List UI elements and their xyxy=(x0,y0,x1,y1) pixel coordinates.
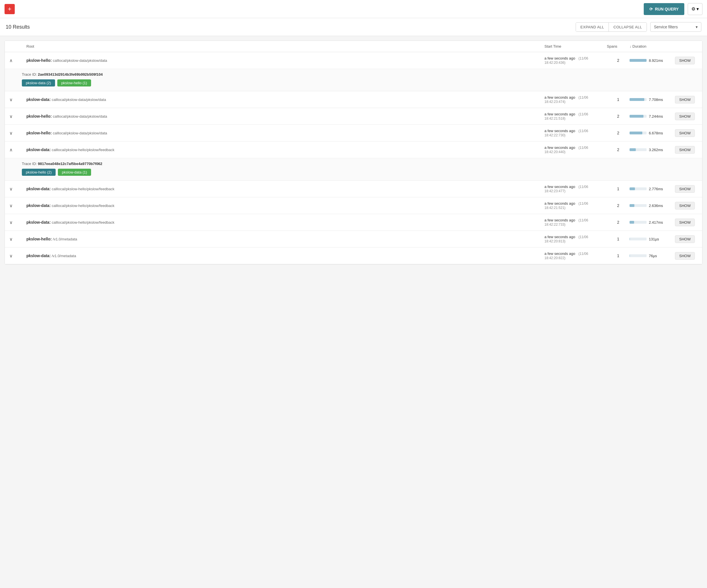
trace-row-main[interactable]: ∨ pkslow-hello: calllocal/pkslow-data/pk… xyxy=(5,125,702,141)
duration-bar xyxy=(630,187,635,190)
route-label: calllocal/pkslow-hello/pkslow/feedback xyxy=(51,220,114,225)
route-label: calllocal/pkslow-data/pkslow/data xyxy=(51,98,106,102)
service-label: pkslow-hello: xyxy=(26,58,52,63)
trace-id-value: 9817eea048e12c7af5be4a9770b7f062 xyxy=(38,161,102,166)
show-button[interactable]: SHOW xyxy=(675,185,695,193)
table-row: ∨ pkslow-data: calllocal/pkslow-data/pks… xyxy=(5,91,702,108)
toggle-icon[interactable]: ∨ xyxy=(9,253,26,259)
show-button-cell: SHOW xyxy=(675,185,698,193)
service-tag[interactable]: pkslow-data (2) xyxy=(22,79,55,86)
show-button[interactable]: SHOW xyxy=(675,202,695,210)
time-ago: a few seconds ago xyxy=(544,145,575,150)
table-body: ∧ pkslow-hello: calllocal/pkslow-data/pk… xyxy=(5,52,702,264)
trace-row-main[interactable]: ∨ pkslow-hello: /v1.0/metadata a few sec… xyxy=(5,231,702,247)
trace-row-main[interactable]: ∨ pkslow-data: /v1.0/metadata a few seco… xyxy=(5,248,702,264)
time-ago: a few seconds ago xyxy=(544,56,575,61)
toggle-icon[interactable]: ∨ xyxy=(9,203,26,208)
toggle-icon[interactable]: ∨ xyxy=(9,236,26,242)
show-button[interactable]: SHOW xyxy=(675,219,695,226)
header-root: Root xyxy=(26,44,544,48)
duration-bar-wrap xyxy=(630,115,647,118)
toggle-icon[interactable]: ∨ xyxy=(9,220,26,225)
trace-row-main[interactable]: ∨ pkslow-data: calllocal/pkslow-hello/pk… xyxy=(5,214,702,230)
time-ago: a few seconds ago xyxy=(544,235,575,239)
service-tag[interactable]: pkslow-hello (2) xyxy=(22,169,56,176)
table-row: ∨ pkslow-hello: calllocal/pkslow-data/pk… xyxy=(5,108,702,125)
trace-row-main[interactable]: ∧ pkslow-data: calllocal/pkslow-hello/pk… xyxy=(5,142,702,158)
run-query-button[interactable]: ⟳ RUN QUERY xyxy=(644,3,684,15)
show-button[interactable]: SHOW xyxy=(675,113,695,120)
table-row: ∧ pkslow-hello: calllocal/pkslow-data/pk… xyxy=(5,52,702,91)
show-button[interactable]: SHOW xyxy=(675,252,695,260)
duration-bar xyxy=(630,59,647,62)
toggle-icon[interactable]: ∨ xyxy=(9,114,26,119)
start-time: a few seconds ago (11/06 18:42:20:822) xyxy=(544,252,607,260)
service-name: pkslow-data: calllocal/pkslow-hello/pksl… xyxy=(26,147,544,152)
service-label: pkslow-data: xyxy=(26,203,51,208)
settings-button[interactable]: ⚙ ▾ xyxy=(688,3,703,15)
show-button[interactable]: SHOW xyxy=(675,129,695,137)
duration-bar xyxy=(630,221,634,224)
duration-bar xyxy=(630,148,636,151)
trace-id-row: Trace ID: 9817eea048e12c7af5be4a9770b7f0… xyxy=(22,161,698,166)
spans-count: 2 xyxy=(607,114,630,118)
show-button[interactable]: SHOW xyxy=(675,96,695,104)
trace-row-main[interactable]: ∨ pkslow-data: calllocal/pkslow-data/pks… xyxy=(5,91,702,108)
start-time: a few seconds ago (11/06 18:42:20:813) xyxy=(544,235,607,243)
show-button[interactable]: SHOW xyxy=(675,235,695,243)
service-name: pkslow-data: calllocal/pkslow-hello/pksl… xyxy=(26,220,544,225)
time-ago: a few seconds ago xyxy=(544,252,575,256)
start-time: a few seconds ago (11/06 18:42:23:474) xyxy=(544,95,607,104)
service-tags: pkslow-hello (2)pkslow-data (1) xyxy=(22,169,698,176)
trace-row-main[interactable]: ∨ pkslow-data: calllocal/pkslow-hello/pk… xyxy=(5,181,702,197)
settings-icon: ⚙ xyxy=(692,6,695,12)
start-time: a few seconds ago (11/06 18:42:21:521) xyxy=(544,201,607,210)
duration-value: 2.636ms xyxy=(649,204,663,208)
duration-bar xyxy=(630,237,630,241)
toggle-icon[interactable]: ∨ xyxy=(9,186,26,192)
service-name: pkslow-data: calllocal/pkslow-data/pkslo… xyxy=(26,97,544,102)
show-button-cell: SHOW xyxy=(675,235,698,243)
route-label: calllocal/pkslow-data/pkslow/data xyxy=(52,131,107,135)
show-button[interactable]: SHOW xyxy=(675,57,695,64)
show-button-cell: SHOW xyxy=(675,202,698,210)
add-button[interactable]: + xyxy=(4,4,15,14)
expand-all-button[interactable]: EXPAND ALL xyxy=(576,23,609,32)
toggle-icon[interactable]: ∨ xyxy=(9,131,26,136)
show-button[interactable]: SHOW xyxy=(675,146,695,154)
table-row: ∨ pkslow-data: calllocal/pkslow-hello/pk… xyxy=(5,214,702,231)
toggle-icon[interactable]: ∧ xyxy=(9,147,26,152)
route-label: calllocal/pkslow-hello/pkslow/feedback xyxy=(51,204,114,208)
start-time: a few seconds ago (11/06 18:42:23:477) xyxy=(544,185,607,193)
time-ago: a few seconds ago xyxy=(544,129,575,133)
duration-cell: 131µs xyxy=(630,237,675,241)
service-tag[interactable]: pkslow-data (1) xyxy=(58,169,91,176)
duration-bar-wrap xyxy=(630,187,647,190)
duration-bar-wrap xyxy=(630,237,647,241)
duration-cell: 7.708ms xyxy=(630,98,675,102)
service-label: pkslow-data: xyxy=(26,187,51,191)
table-row: ∨ pkslow-hello: /v1.0/metadata a few sec… xyxy=(5,231,702,248)
toggle-icon[interactable]: ∨ xyxy=(9,97,26,102)
duration-value: 2.417ms xyxy=(649,220,663,225)
duration-cell: 7.244ms xyxy=(630,114,675,118)
sort-icon: ↓ xyxy=(630,44,631,48)
time-ago: a few seconds ago xyxy=(544,185,575,189)
service-tag[interactable]: pkslow-hello (1) xyxy=(57,79,91,86)
toggle-icon[interactable]: ∧ xyxy=(9,58,26,63)
collapse-all-button[interactable]: COLLAPSE ALL xyxy=(609,23,647,32)
service-filters-label: Service filters xyxy=(654,25,678,29)
route-label: calllocal/pkslow-hello/pkslow/feedback xyxy=(51,148,114,152)
trace-row-main[interactable]: ∨ pkslow-data: calllocal/pkslow-hello/pk… xyxy=(5,197,702,214)
service-filters-dropdown[interactable]: Service filters ▾ xyxy=(650,22,701,32)
duration-cell: 2.776ms xyxy=(630,187,675,191)
duration-cell: 6.678ms xyxy=(630,131,675,135)
trace-row-main[interactable]: ∧ pkslow-hello: calllocal/pkslow-data/pk… xyxy=(5,52,702,69)
route-label: calllocal/pkslow-data/pkslow/data xyxy=(52,114,107,118)
start-time: a few seconds ago (11/06 18:42:20:436) xyxy=(544,56,607,65)
show-button-cell: SHOW xyxy=(675,57,698,64)
results-count: 10 Results xyxy=(6,24,572,30)
spans-count: 1 xyxy=(607,97,630,102)
header-start-time: Start Time xyxy=(544,44,607,48)
trace-row-main[interactable]: ∨ pkslow-hello: calllocal/pkslow-data/pk… xyxy=(5,108,702,124)
